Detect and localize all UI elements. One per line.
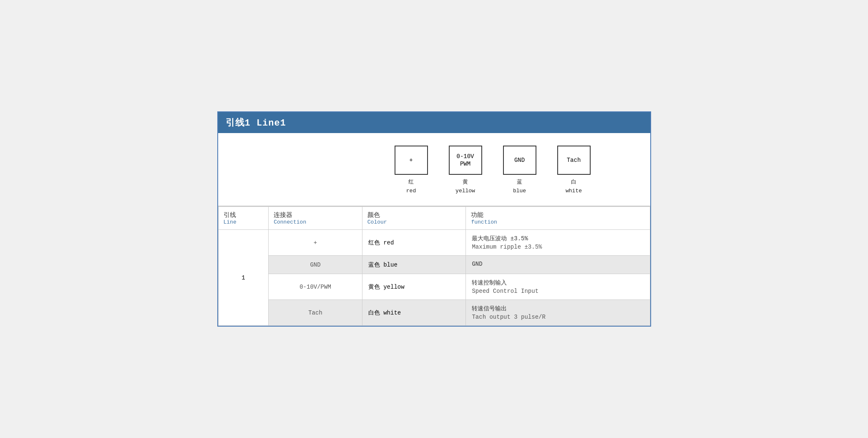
col-conn-header: 连接器 Connection xyxy=(269,207,362,230)
cell-conn-pwm: 0-10V/PWM xyxy=(269,274,362,300)
cell-func-gnd: GND xyxy=(466,256,650,274)
connector-box-tach: Tach xyxy=(557,146,591,175)
title-text: 引线1 Line1 xyxy=(226,118,286,128)
func-zh-pwm: 转速控制输入 xyxy=(472,279,644,287)
cell-line-num: 1 xyxy=(218,230,269,326)
connector-label-pwm: 黄 yellow xyxy=(455,178,475,196)
col-conn-en: Connection xyxy=(274,219,357,225)
connector-en-plus: red xyxy=(406,188,416,194)
cell-color-gnd: 蓝色 blue xyxy=(362,256,466,274)
cell-color-plus: 红色 red xyxy=(362,230,466,256)
connector-tach: Tach 白 white xyxy=(557,146,591,196)
func-zh-plus: 最大电压波动 ±3.5% xyxy=(472,235,644,242)
connector-box-plus: + xyxy=(395,146,428,175)
connector-zh-plus: 红 xyxy=(408,179,414,185)
connector-label-tach: 白 white xyxy=(566,178,582,196)
connector-box-pwm: 0-10VPWM xyxy=(449,146,482,175)
connector-en-tach: white xyxy=(566,188,582,194)
connector-label-gnd: 蓝 blue xyxy=(513,178,526,196)
cell-conn-gnd: GND xyxy=(269,256,362,274)
col-color-header: 颜色 Colour xyxy=(362,207,466,230)
table-row-tach: Tach 白色 white 转速信号输出 Tach output 3 pulse… xyxy=(218,300,650,326)
func-en-tach: Tach output 3 pulse/R xyxy=(472,314,644,320)
col-func-en: function xyxy=(471,219,644,225)
cell-conn-plus: + xyxy=(269,230,362,256)
connector-zh-tach: 白 xyxy=(571,179,576,185)
func-zh-gnd: GND xyxy=(472,261,644,267)
diagram-section: + 红 red 0-10VPWM 黄 yellow GND 蓝 blue xyxy=(218,133,650,207)
table-row-pwm: 0-10V/PWM 黄色 yellow 转速控制输入 Speed Control… xyxy=(218,274,650,300)
connector-en-pwm: yellow xyxy=(455,188,475,194)
cell-func-tach: 转速信号输出 Tach output 3 pulse/R xyxy=(466,300,650,326)
table-row-plus: 1 + 红色 red 最大电压波动 ±3.5% Maximum ripple ±… xyxy=(218,230,650,256)
col-func-header: 功能 function xyxy=(466,207,650,230)
col-line-header: 引线 Line xyxy=(218,207,269,230)
title-bar: 引线1 Line1 xyxy=(218,112,650,133)
cell-color-pwm: 黄色 yellow xyxy=(362,274,466,300)
connector-pwm: 0-10VPWM 黄 yellow xyxy=(449,146,482,196)
connector-zh-pwm: 黄 xyxy=(463,179,468,185)
connector-label-plus: 红 red xyxy=(406,178,416,196)
col-color-en: Colour xyxy=(367,219,461,225)
cell-color-tach: 白色 white xyxy=(362,300,466,326)
table-section: 引线 Line 连接器 Connection 颜色 Colour 功能 func… xyxy=(218,206,650,326)
col-conn-zh: 连接器 xyxy=(274,211,357,219)
cell-func-pwm: 转速控制输入 Speed Control Input xyxy=(466,274,650,300)
table-row-gnd: GND 蓝色 blue GND xyxy=(218,256,650,274)
cell-func-plus: 最大电压波动 ±3.5% Maximum ripple ±3.5% xyxy=(466,230,650,256)
func-en-pwm: Speed Control Input xyxy=(472,288,644,295)
cell-conn-tach: Tach xyxy=(269,300,362,326)
col-line-en: Line xyxy=(224,219,264,225)
connector-zh-gnd: 蓝 xyxy=(517,179,522,185)
main-table: 引线 Line 连接器 Connection 颜色 Colour 功能 func… xyxy=(218,206,650,326)
col-line-zh: 引线 xyxy=(224,211,264,219)
func-zh-tach: 转速信号输出 xyxy=(472,305,644,312)
connector-gnd: GND 蓝 blue xyxy=(503,146,536,196)
col-func-zh: 功能 xyxy=(471,211,644,219)
func-en-plus: Maximum ripple ±3.5% xyxy=(472,244,644,250)
table-header-row: 引线 Line 连接器 Connection 颜色 Colour 功能 func… xyxy=(218,207,650,230)
connector-plus: + 红 red xyxy=(395,146,428,196)
main-container: 引线1 Line1 + 红 red 0-10VPWM 黄 yellow GND xyxy=(217,111,651,327)
connector-box-gnd: GND xyxy=(503,146,536,175)
col-color-zh: 颜色 xyxy=(367,211,461,219)
connector-diagram: + 红 red 0-10VPWM 黄 yellow GND 蓝 blue xyxy=(395,146,591,196)
connector-en-gnd: blue xyxy=(513,188,526,194)
